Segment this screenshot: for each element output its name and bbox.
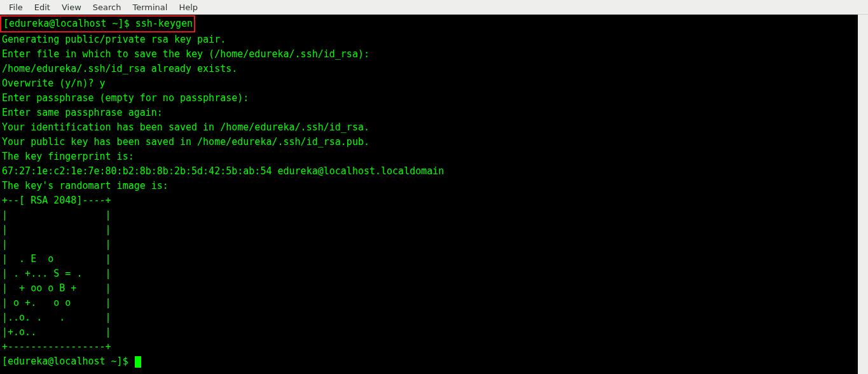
terminal-line: Enter file in which to save the key (/ho… bbox=[0, 47, 858, 62]
terminal-prompt: [edureka@localhost ~]$ bbox=[2, 354, 134, 369]
menu-edit[interactable]: Edit bbox=[29, 1, 56, 13]
terminal-line: |..o. . . | bbox=[0, 310, 858, 325]
terminal-line: The key's randomart image is: bbox=[0, 179, 858, 193]
terminal-line: Your public key has been saved in /home/… bbox=[0, 135, 858, 149]
terminal-command-line: [edureka@localhost ~]$ ssh-keygen bbox=[3, 17, 193, 31]
menu-file[interactable]: File bbox=[3, 1, 29, 13]
terminal-line: +--[ RSA 2048]----+ bbox=[0, 193, 858, 208]
terminal-line: Enter same passphrase again: bbox=[0, 106, 858, 120]
terminal-line: Generating public/private rsa key pair. bbox=[0, 32, 858, 47]
menu-search[interactable]: Search bbox=[87, 1, 127, 13]
terminal-line: Your identification has been saved in /h… bbox=[0, 120, 858, 135]
menu-help[interactable]: Help bbox=[173, 1, 203, 13]
terminal-line: | o +. o o | bbox=[0, 296, 858, 310]
terminal-line: The key fingerprint is: bbox=[0, 149, 858, 164]
cursor-icon bbox=[135, 356, 141, 368]
terminal-line: Overwrite (y/n)? y bbox=[0, 76, 858, 91]
highlighted-command-box: [edureka@localhost ~]$ ssh-keygen bbox=[0, 15, 195, 32]
terminal-line: /home/edureka/.ssh/id_rsa already exists… bbox=[0, 62, 858, 76]
terminal-line: | + oo o B + | bbox=[0, 281, 858, 296]
terminal-prompt-line[interactable]: [edureka@localhost ~]$ bbox=[0, 354, 858, 369]
terminal-line: |+.o.. | bbox=[0, 325, 858, 340]
terminal-line: Enter passphrase (empty for no passphras… bbox=[0, 91, 858, 106]
menubar: File Edit View Search Terminal Help bbox=[0, 0, 868, 15]
terminal-line: | | bbox=[0, 208, 858, 223]
terminal-line: | . +... S = . | bbox=[0, 267, 858, 281]
terminal-output[interactable]: [edureka@localhost ~]$ ssh-keygen Genera… bbox=[0, 15, 858, 374]
menu-view[interactable]: View bbox=[56, 1, 87, 13]
terminal-line: | | bbox=[0, 237, 858, 252]
menu-terminal[interactable]: Terminal bbox=[127, 1, 173, 13]
terminal-line: | . E o | bbox=[0, 252, 858, 267]
terminal-line: 67:27:1e:c2:1e:7e:80:b2:8b:8b:2b:5d:42:5… bbox=[0, 164, 858, 179]
terminal-line: +-----------------+ bbox=[0, 340, 858, 354]
terminal-line: | | bbox=[0, 223, 858, 237]
